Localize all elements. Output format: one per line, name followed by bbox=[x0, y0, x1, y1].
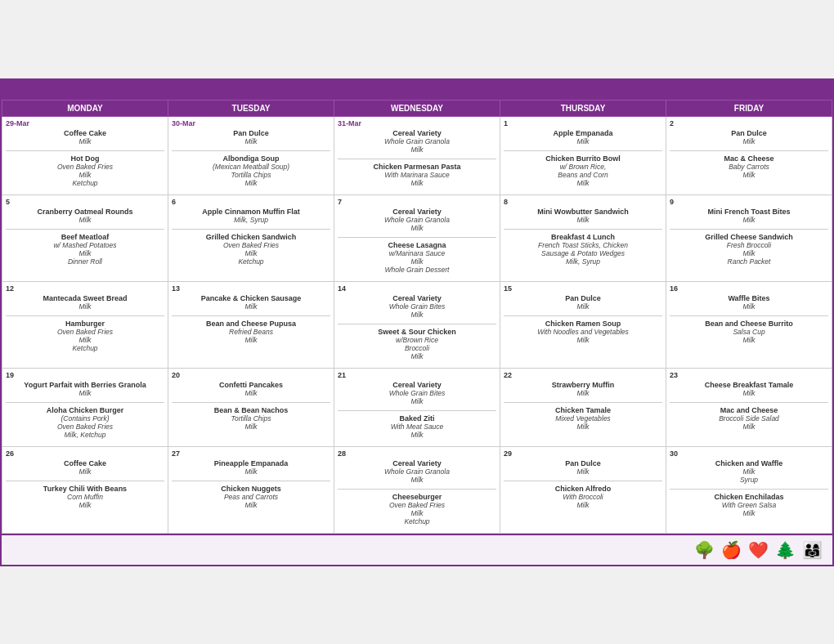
day-num: 8 bbox=[504, 198, 662, 206]
day-cell-w2c1: 13Pancake & Chicken SausageMilkBean and … bbox=[168, 281, 334, 368]
lunch-section: Hot DogOven Baked FriesMilkKetchup bbox=[6, 154, 164, 187]
week-row-2: 12Mantecada Sweet BreadMilkHamburgerOven… bbox=[2, 281, 832, 368]
day-cell-w3c1: 20Confetti PancakesMilkBean & Bean Nacho… bbox=[168, 368, 334, 446]
lunch-name: Grilled Cheese Sandwich bbox=[670, 233, 828, 241]
breakfast-detail: Whole Grain Granola bbox=[338, 216, 496, 224]
day-num: 12 bbox=[6, 284, 164, 293]
calendar-header-row: MONDAY TUESDAY WEDNESDAY THURSDAY FRIDAY bbox=[2, 100, 832, 116]
lunch-detail: With Green Salsa bbox=[670, 501, 828, 509]
breakfast-detail: Milk bbox=[504, 302, 662, 311]
lunch-detail: Dinner Roll bbox=[6, 257, 164, 266]
lunch-section: Breakfast 4 LunchFrench Toast Sticks, Ch… bbox=[504, 233, 662, 266]
day-num: 5 bbox=[6, 198, 164, 206]
footer-icons: 🌳 🍎 ❤️ 🌲 👨‍👩‍👧 bbox=[694, 540, 823, 560]
meal-divider bbox=[338, 237, 496, 238]
breakfast-name: Pan Dulce bbox=[172, 129, 330, 137]
lunch-name: Cheese Lasagna bbox=[338, 241, 496, 249]
lunch-detail: With Meat Sauce bbox=[338, 423, 496, 431]
lunch-name: Bean & Bean Nachos bbox=[172, 406, 330, 414]
lunch-detail: Milk bbox=[504, 423, 662, 431]
breakfast-name: Cranberry Oatmeal Rounds bbox=[6, 208, 164, 216]
breakfast-detail: Milk bbox=[338, 145, 496, 154]
lunch-name: Beef Meatloaf bbox=[6, 233, 164, 241]
day-num: 9 bbox=[670, 198, 828, 206]
day-num: 30-Mar bbox=[172, 119, 330, 127]
lunch-name: Breakfast 4 Lunch bbox=[504, 233, 662, 241]
breakfast-name: Mini Wowbutter Sandwich bbox=[504, 208, 662, 216]
lunch-detail: Milk bbox=[172, 336, 330, 344]
lunch-detail: Milk bbox=[172, 179, 330, 187]
breakfast-section: Mini French Toast BitesMilk bbox=[670, 208, 828, 224]
meal-divider bbox=[172, 150, 330, 151]
breakfast-detail: Milk bbox=[338, 224, 496, 232]
lunch-section: Sweet & Sour Chickenw/Brown RiceBroccoli… bbox=[338, 328, 496, 360]
lunch-detail: Corn Muffin bbox=[6, 493, 164, 501]
meal-divider bbox=[6, 229, 164, 230]
meal-divider bbox=[504, 315, 662, 316]
breakfast-name: Apple Cinnamon Muffin Flat bbox=[172, 208, 330, 216]
breakfast-detail: Milk bbox=[6, 467, 164, 476]
lunch-section: Grilled Cheese SandwichFresh BroccoliMil… bbox=[670, 233, 828, 266]
day-num: 7 bbox=[338, 198, 496, 206]
day-cell-w4c0: 26Coffee CakeMilkTurkey Chili With Beans… bbox=[2, 446, 168, 533]
lunch-name: Turkey Chili With Beans bbox=[6, 485, 164, 493]
lunch-section: Chicken AlfredoWith BroccoliMilk bbox=[504, 485, 662, 509]
lunch-detail: Milk, Syrup bbox=[504, 257, 662, 266]
lunch-name: Chicken Alfredo bbox=[504, 485, 662, 493]
lunch-detail: (Contains Pork) bbox=[6, 414, 164, 423]
icon-figures: 👨‍👩‍👧 bbox=[802, 540, 823, 560]
day-num: 27 bbox=[172, 449, 330, 458]
lunch-detail: Ketchup bbox=[6, 179, 164, 187]
day-num: 15 bbox=[504, 284, 662, 293]
day-num: 14 bbox=[338, 284, 496, 293]
day-num: 22 bbox=[504, 371, 662, 379]
lunch-detail: Milk bbox=[670, 336, 828, 344]
meal-divider bbox=[338, 410, 496, 411]
breakfast-name: Coffee Cake bbox=[6, 459, 164, 467]
breakfast-section: Cranberry Oatmeal RoundsMilk bbox=[6, 208, 164, 224]
lunch-detail: w/Brown Rice bbox=[338, 336, 496, 344]
week-row-3: 19Yogurt Parfait with Berries GranolaMil… bbox=[2, 368, 832, 446]
breakfast-detail: Milk bbox=[172, 137, 330, 145]
lunch-detail: Milk bbox=[172, 501, 330, 509]
lunch-section: Beef Meatloafw/ Mashed PotatoesMilkDinne… bbox=[6, 233, 164, 266]
breakfast-section: Chicken and WaffleMilkSyrup bbox=[670, 459, 828, 484]
lunch-detail: Milk bbox=[338, 257, 496, 266]
day-cell-w4c1: 27Pineapple EmpanadaMilkChicken NuggetsP… bbox=[168, 446, 334, 533]
lunch-section: Chicken Burrito Bowlw/ Brown Rice,Beans … bbox=[504, 154, 662, 187]
breakfast-detail: Milk bbox=[6, 216, 164, 224]
lunch-detail: Baby Carrots bbox=[670, 163, 828, 171]
breakfast-section: Yogurt Parfait with Berries GranolaMilk bbox=[6, 381, 164, 397]
day-cell-w2c3: 15Pan DulceMilkChicken Ramen SoupWith No… bbox=[500, 281, 666, 368]
day-cell-w1c2: 7Cereal VarietyWhole Grain GranolaMilkCh… bbox=[334, 195, 500, 281]
breakfast-detail: Whole Grain Bites bbox=[338, 389, 496, 397]
lunch-detail: Oven Baked Fries bbox=[6, 423, 164, 431]
breakfast-name: Pancake & Chicken Sausage bbox=[172, 294, 330, 302]
lunch-name: Albondiga Soup bbox=[172, 154, 330, 163]
lunch-detail: Milk bbox=[6, 249, 164, 257]
breakfast-detail: Whole Grain Granola bbox=[338, 137, 496, 145]
lunch-name: Chicken Parmesan Pasta bbox=[338, 163, 496, 171]
breakfast-name: Cereal Variety bbox=[338, 459, 496, 467]
breakfast-detail: Milk bbox=[6, 302, 164, 311]
lunch-detail: With Marinara Sauce bbox=[338, 171, 496, 179]
breakfast-section: Cereal VarietyWhole Grain GranolaMilk bbox=[338, 208, 496, 232]
day-cell-w4c3: 29Pan DulceMilkChicken AlfredoWith Brocc… bbox=[500, 446, 666, 533]
meal-divider bbox=[338, 159, 496, 159]
day-cell-w1c3: 8Mini Wowbutter SandwichMilkBreakfast 4 … bbox=[500, 195, 666, 281]
week-row-1: 5Cranberry Oatmeal RoundsMilkBeef Meatlo… bbox=[2, 195, 832, 281]
day-cell-w2c0: 12Mantecada Sweet BreadMilkHamburgerOven… bbox=[2, 281, 168, 368]
breakfast-name: Cereal Variety bbox=[338, 381, 496, 389]
lunch-detail: Milk bbox=[504, 179, 662, 187]
lunch-name: Hamburger bbox=[6, 320, 164, 328]
meal-divider bbox=[6, 150, 164, 151]
meal-divider bbox=[670, 229, 828, 230]
breakfast-detail: Milk bbox=[6, 137, 164, 145]
lunch-detail: With Broccoli bbox=[504, 493, 662, 501]
lunch-section: Bean and Cheese PupusaRefried BeansMilk bbox=[172, 320, 330, 344]
col-tuesday: TUESDAY bbox=[168, 100, 334, 116]
lunch-section: Grilled Chicken SandwichOven Baked Fries… bbox=[172, 233, 330, 266]
breakfast-detail: Milk bbox=[172, 467, 330, 476]
meal-divider bbox=[670, 402, 828, 403]
day-num: 29-Mar bbox=[6, 119, 164, 127]
